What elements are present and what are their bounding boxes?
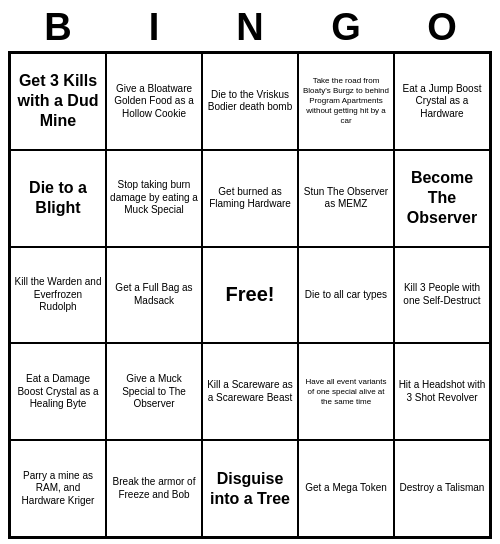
bingo-cell-13: Die to all car types <box>298 247 394 344</box>
bingo-cell-2: Die to the Vriskus Bodier death bomb <box>202 53 298 150</box>
bingo-cell-17: Kill a Scareware as a Scareware Beast <box>202 343 298 440</box>
bingo-cell-3: Take the road from Bloaty's Burgz to beh… <box>298 53 394 150</box>
bingo-cell-15: Eat a Damage Boost Crystal as a Healing … <box>10 343 106 440</box>
bingo-cell-10: Kill the Warden and Everfrozen Rudolph <box>10 247 106 344</box>
bingo-cell-4: Eat a Jump Boost Crystal as a Hardware <box>394 53 490 150</box>
bingo-cell-16: Give a Muck Special to The Observer <box>106 343 202 440</box>
bingo-cell-12: Free! <box>202 247 298 344</box>
bingo-cell-20: Parry a mine as RAM, and Hardware Kriger <box>10 440 106 537</box>
bingo-cell-19: Hit a Headshot with 3 Shot Revolver <box>394 343 490 440</box>
bingo-cell-5: Die to a Blight <box>10 150 106 247</box>
bingo-cell-18: Have all event variants of one special a… <box>298 343 394 440</box>
bingo-cell-0: Get 3 Kills with a Dud Mine <box>10 53 106 150</box>
bingo-cell-7: Get burned as Flaming Hardware <box>202 150 298 247</box>
bingo-cell-23: Get a Mega Token <box>298 440 394 537</box>
bingo-cell-6: Stop taking burn damage by eating a Muck… <box>106 150 202 247</box>
bingo-cell-8: Stun The Observer as MEMZ <box>298 150 394 247</box>
bingo-letter-i: I <box>110 6 198 49</box>
bingo-letter-g: G <box>302 6 390 49</box>
bingo-cell-21: Break the armor of Freeze and Bob <box>106 440 202 537</box>
bingo-cell-14: Kill 3 People with one Self-Destruct <box>394 247 490 344</box>
bingo-cell-24: Destroy a Talisman <box>394 440 490 537</box>
bingo-letter-o: O <box>398 6 486 49</box>
bingo-cell-11: Get a Full Bag as Madsack <box>106 247 202 344</box>
bingo-header: BINGO <box>10 0 490 51</box>
bingo-letter-n: N <box>206 6 294 49</box>
bingo-cell-1: Give a Bloatware Golden Food as a Hollow… <box>106 53 202 150</box>
bingo-grid: Get 3 Kills with a Dud MineGive a Bloatw… <box>8 51 492 539</box>
bingo-letter-b: B <box>14 6 102 49</box>
bingo-cell-22: Disguise into a Tree <box>202 440 298 537</box>
bingo-cell-9: Become The Observer <box>394 150 490 247</box>
